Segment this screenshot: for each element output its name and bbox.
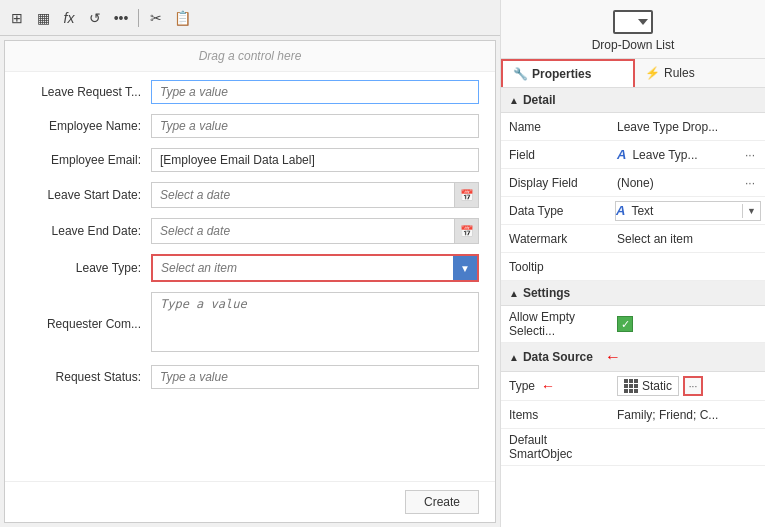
prop-label-type: Type ← [501,374,611,398]
tabs: 🔧 Properties ⚡ Rules [501,59,765,88]
control-leave-type: ▼ [151,254,479,282]
date-input-end: 📅 [151,218,479,244]
prop-row-allow-empty: Allow Empty Selecti... ✓ [501,306,765,343]
static-type-box: Static [617,376,679,396]
calendar-btn-end[interactable]: 📅 [454,219,478,243]
dropdown-arrow-icon [638,19,648,25]
control-leave-end: 📅 [151,218,479,244]
form-row-employee-name: Employee Name: [21,114,479,138]
input-employee-name[interactable] [151,114,479,138]
data-source-collapse-icon[interactable]: ▲ [509,352,519,363]
prop-row-field: Field A Leave Typ... ··· [501,141,765,169]
prop-label-items: Items [501,404,611,426]
display-field-dots-btn[interactable]: ··· [741,176,759,190]
prop-label-field: Field [501,144,611,166]
prop-row-data-type: Data Type A Text ▼ [501,197,765,225]
date-input-start: 📅 [151,182,479,208]
tab-properties-label: Properties [532,67,591,81]
allow-empty-checkbox[interactable]: ✓ [617,316,633,332]
form-footer: Create [5,481,495,522]
static-employee-email: [Employee Email Data Label] [151,148,479,172]
label-employee-email: Employee Email: [21,153,151,167]
divider [138,9,139,27]
toolbar: ⊞ ▦ fx ↺ ••• ✂ 📋 [0,0,500,36]
prop-row-watermark: Watermark Select an item [501,225,765,253]
detail-collapse-icon[interactable]: ▲ [509,95,519,106]
display-field-text: (None) [617,176,654,190]
prop-label-display-field: Display Field [501,172,611,194]
calendar-btn-start[interactable]: 📅 [454,183,478,207]
dropdown-list-title: Drop-Down List [592,38,675,52]
prop-label-default-smart: Default SmartObjec [501,429,611,465]
table-icon[interactable]: ▦ [32,7,54,29]
form-row-leave-end: Leave End Date: 📅 [21,218,479,244]
form-row-leave-request: Leave Request T... [21,80,479,104]
select-field-leave-type[interactable] [153,257,453,279]
control-employee-name [151,114,479,138]
prop-label-watermark: Watermark [501,228,611,250]
prop-label-tooltip: Tooltip [501,256,611,278]
settings-collapse-icon[interactable]: ▲ [509,288,519,299]
form-row-leave-start: Leave Start Date: 📅 [21,182,479,208]
control-employee-email: [Employee Email Data Label] [151,148,479,172]
dropdown-list-header: Drop-Down List [501,0,765,59]
tab-properties[interactable]: 🔧 Properties [501,59,635,87]
data-type-select[interactable]: A Text ▼ [615,201,761,221]
select-dropdown-btn[interactable]: ▼ [453,256,477,280]
type-ellipsis-btn[interactable]: ··· [683,376,703,396]
prop-value-watermark: Select an item [611,228,765,250]
data-type-arrow-icon[interactable]: ▼ [742,204,760,218]
more-icon[interactable]: ••• [110,7,132,29]
tab-rules[interactable]: ⚡ Rules [635,59,765,87]
control-request-status [151,365,479,389]
label-request-status: Request Status: [21,370,151,384]
label-leave-start: Leave Start Date: [21,188,151,202]
prop-value-allow-empty: ✓ [611,312,765,336]
control-leave-request [151,80,479,104]
prop-row-name: Name Leave Type Drop... [501,113,765,141]
field-a-icon: A [617,147,626,162]
input-request-status[interactable] [151,365,479,389]
section-detail-header: ▲ Detail [501,88,765,113]
textarea-requester-comment[interactable] [151,292,479,352]
grid-icon[interactable]: ⊞ [6,7,28,29]
function-icon[interactable]: fx [58,7,80,29]
prop-row-display-field: Display Field (None) ··· [501,169,765,197]
label-requester-comment: Requester Com... [21,317,151,331]
properties-icon: 🔧 [513,67,528,81]
type-label-text: Type [509,379,535,393]
prop-value-items: Family; Friend; C... [611,404,765,426]
input-leave-request[interactable] [151,80,479,104]
field-value-text: Leave Typ... [632,148,697,162]
prop-value-data-type: A Text ▼ [611,199,765,223]
leave-type-select[interactable]: ▼ [151,254,479,282]
prop-label-allow-empty: Allow Empty Selecti... [501,306,611,342]
date-field-start[interactable] [152,184,454,206]
label-leave-type: Leave Type: [21,261,151,275]
refresh-icon[interactable]: ↺ [84,7,106,29]
prop-value-default-smart [611,443,765,451]
data-type-a-icon: A [616,203,625,218]
cut-icon[interactable]: ✂ [145,7,167,29]
date-field-end[interactable] [152,220,454,242]
prop-row-type: Type ← [501,372,765,401]
prop-row-items: Items Family; Friend; C... [501,401,765,429]
prop-value-type: Static ··· [611,372,765,400]
prop-value-field: A Leave Typ... ··· [611,143,765,166]
dropdown-list-icon [613,10,653,34]
create-button[interactable]: Create [405,490,479,514]
form-row-employee-email: Employee Email: [Employee Email Data Lab… [21,148,479,172]
form-area: Drag a control here Leave Request T... E… [4,40,496,523]
form-row-leave-type: Leave Type: ▼ [21,254,479,282]
form-row-requester-comment: Requester Com... [21,292,479,355]
prop-value-display-field: (None) ··· [611,172,765,194]
form-row-request-status: Request Status: [21,365,479,389]
section-settings-header: ▲ Settings [501,281,765,306]
type-red-arrow: ← [541,378,555,394]
field-dots-btn[interactable]: ··· [741,148,759,162]
left-panel: ⊞ ▦ fx ↺ ••• ✂ 📋 Drag a control here Lea… [0,0,500,527]
static-grid-icon [624,379,638,393]
drag-header: Drag a control here [5,41,495,72]
copy-icon[interactable]: 📋 [171,7,193,29]
label-leave-request: Leave Request T... [21,85,151,99]
